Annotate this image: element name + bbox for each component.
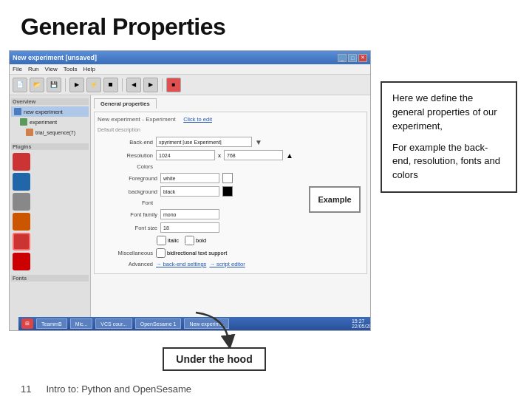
start-button[interactable]: ⊞ xyxy=(21,318,33,329)
font-size-label: Font size xyxy=(109,225,157,231)
sequence-icon xyxy=(20,118,27,126)
menu-run[interactable]: Run xyxy=(28,66,39,72)
window-title: New experiment [unsaved] xyxy=(13,54,97,61)
advanced-label: Advanced xyxy=(98,261,153,267)
font-example-box: Example xyxy=(309,186,361,213)
toolbar-sep2 xyxy=(122,78,123,92)
plugin-icon-2 xyxy=(13,173,30,191)
background-label: background xyxy=(109,188,157,195)
font-style-row: italic bold xyxy=(157,236,364,245)
font-bold-checkbox[interactable] xyxy=(185,236,194,245)
minimize-button[interactable]: _ xyxy=(338,54,347,62)
resolution-x-sep: x xyxy=(218,152,221,159)
menu-tools[interactable]: Tools xyxy=(64,66,78,72)
menu-help[interactable]: Help xyxy=(83,66,95,72)
footer-text: Intro to: Python and OpenSesame xyxy=(46,383,191,395)
misc-bidirectional-checkbox[interactable] xyxy=(156,248,166,258)
font-label: Font xyxy=(98,200,153,206)
slide-title: General Properties xyxy=(21,13,225,41)
slide-footer: 11 Intro to: Python and OpenSesame xyxy=(21,383,191,395)
panel-item-new-experiment[interactable]: new experiment xyxy=(11,106,89,117)
foreground-label: Foreground xyxy=(109,175,157,182)
opensesame-window: New experiment [unsaved] _ □ ✕ File Run … xyxy=(9,50,371,331)
info-line1: Here we define the general properties of… xyxy=(392,92,505,134)
menu-bar: File Run View Tools Help xyxy=(10,64,370,75)
colors-label: Colors xyxy=(98,163,153,170)
window-titlebar: New experiment [unsaved] _ □ ✕ xyxy=(10,51,370,64)
misc-section-row: Miscellaneous bidirectional text support xyxy=(98,248,364,258)
toolbar-red[interactable]: ■ xyxy=(166,78,181,92)
misc-checkbox-row: bidirectional text support xyxy=(156,248,227,258)
plugin-icon-6 xyxy=(13,253,30,270)
toolbar-open[interactable]: 📂 xyxy=(30,78,44,92)
foreground-color-swatch[interactable] xyxy=(222,173,233,183)
panel-section-plugins: Plugins xyxy=(11,143,89,150)
backend-input[interactable] xyxy=(156,137,252,147)
toolbar-sep3 xyxy=(162,78,163,92)
tab-bar: General properties xyxy=(94,98,367,109)
right-panel: General properties New experiment - Expe… xyxy=(91,95,370,330)
form-area: New experiment - Experiment Click to edi… xyxy=(94,112,367,274)
window-body: Overview new experiment experiment trial… xyxy=(10,95,370,330)
taskbar-item-1[interactable]: TeammB xyxy=(36,318,67,329)
plugin-icon-1 xyxy=(13,153,30,171)
panel-section-fonts: Fonts xyxy=(11,275,89,282)
slide-number: 11 xyxy=(21,383,31,395)
taskbar-clock: 15:27 22/05/2013 xyxy=(352,318,371,329)
slide: General Properties New experiment [unsav… xyxy=(0,0,532,399)
misc-label: Miscellaneous xyxy=(98,250,153,256)
background-color-swatch[interactable] xyxy=(222,186,233,197)
advanced-script-link[interactable]: → script editor xyxy=(209,261,245,267)
resolution-btn[interactable]: ▲ xyxy=(286,151,293,160)
toolbar-run[interactable]: ▶ xyxy=(69,78,84,92)
resolution-height-input[interactable] xyxy=(224,150,283,160)
window-controls: _ □ ✕ xyxy=(338,54,367,62)
taskbar-item-3[interactable]: VCS cour... xyxy=(95,318,132,329)
resolution-row: Resolution x ▲ xyxy=(98,150,364,160)
maximize-button[interactable]: □ xyxy=(348,54,357,62)
toolbar-save[interactable]: 💾 xyxy=(47,78,61,92)
font-bold-label: bold xyxy=(185,236,206,245)
left-panel: Overview new experiment experiment trial… xyxy=(10,95,91,330)
info-box: Here we define the general properties of… xyxy=(381,81,517,193)
backend-dropdown-icon[interactable]: ▼ xyxy=(255,138,262,146)
taskbar-item-2[interactable]: Mic... xyxy=(70,318,93,329)
under-hood-label: Under the hood xyxy=(163,347,266,371)
loop-icon xyxy=(26,129,33,136)
toolbar-back[interactable]: ◀ xyxy=(126,78,141,92)
panel-item-loop[interactable]: trial_sequence(7) xyxy=(11,127,89,137)
backend-label: Back-end xyxy=(98,139,153,146)
toolbar-fwd[interactable]: ▶ xyxy=(143,78,158,92)
arrow-annotation xyxy=(181,309,248,353)
plugin-icon-5 xyxy=(13,233,30,250)
panel-item-sequence[interactable]: experiment xyxy=(11,117,89,127)
plugin-icon-3 xyxy=(13,193,30,211)
foreground-input[interactable] xyxy=(160,173,219,183)
toolbar-run-quick[interactable]: ⚡ xyxy=(86,78,101,92)
close-button[interactable]: ✕ xyxy=(358,54,367,62)
font-family-input[interactable] xyxy=(160,209,219,219)
font-size-input[interactable] xyxy=(160,222,219,233)
toolbar-stop[interactable]: ⏹ xyxy=(103,78,118,92)
font-family-label: Font family xyxy=(109,211,157,218)
panel-section-overview: Overview xyxy=(11,98,89,105)
font-size-row: Font size xyxy=(109,222,364,233)
form-title: New experiment - Experiment Click to edi… xyxy=(98,115,364,123)
toolbar-sep1 xyxy=(65,78,66,92)
advanced-section-row: Advanced → back-end settings → script ed… xyxy=(98,261,364,267)
toolbar: 📄 📂 💾 ▶ ⚡ ⏹ ◀ ▶ ■ xyxy=(10,75,370,95)
advanced-backend-link[interactable]: → back-end settings xyxy=(156,261,206,267)
font-italic-checkbox[interactable] xyxy=(157,236,166,245)
plugin-icon-4 xyxy=(13,213,30,231)
colors-section-label-row: Colors xyxy=(98,163,364,170)
menu-file[interactable]: File xyxy=(13,66,22,72)
backend-row: Back-end ▼ xyxy=(98,137,364,147)
menu-view[interactable]: View xyxy=(45,66,58,72)
form-edit-link[interactable]: Click to edit xyxy=(183,116,212,123)
resolution-width-input[interactable] xyxy=(156,150,215,160)
taskbar-item-4[interactable]: OpenSesame 1 xyxy=(135,318,182,329)
background-input[interactable] xyxy=(160,186,219,197)
toolbar-new[interactable]: 📄 xyxy=(13,78,27,92)
tab-general-properties[interactable]: General properties xyxy=(94,98,157,109)
form-description: Default description xyxy=(98,127,364,132)
